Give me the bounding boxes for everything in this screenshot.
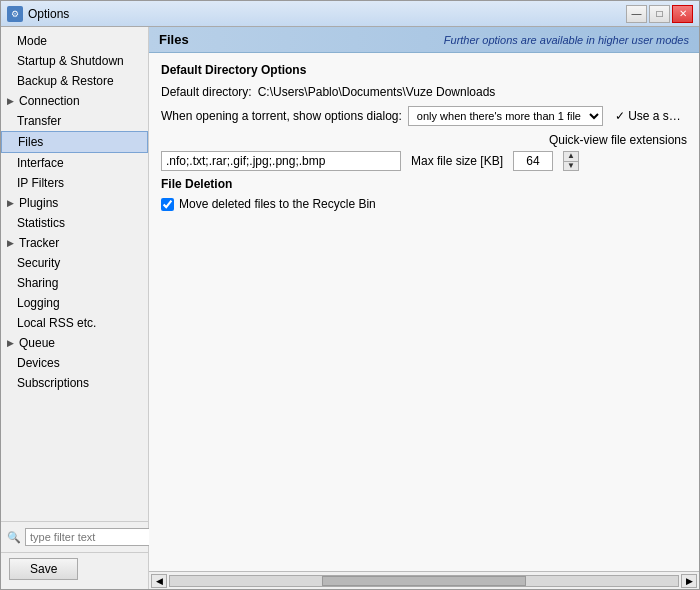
maxfile-label: Max file size [KB] bbox=[411, 154, 503, 168]
sidebar-item-label: Mode bbox=[17, 34, 47, 48]
dialog-row: When opening a torrent, show options dia… bbox=[161, 106, 687, 126]
sidebar-bottom: 🔍 ✕ bbox=[1, 521, 148, 552]
sidebar-item-label: Devices bbox=[17, 356, 60, 370]
sidebar-item-transfer[interactable]: Transfer bbox=[1, 111, 148, 131]
maxfile-input[interactable] bbox=[513, 151, 553, 171]
arrow-icon: ▶ bbox=[7, 338, 14, 348]
maxfile-spinner: ▲ ▼ bbox=[563, 151, 579, 171]
sidebar-item-label: Security bbox=[17, 256, 60, 270]
arrow-icon: ▶ bbox=[7, 198, 14, 208]
sidebar-item-tracker[interactable]: ▶ Tracker bbox=[1, 233, 148, 253]
directory-value: C:\Users\Pablo\Documents\Vuze Downloads bbox=[258, 85, 496, 99]
dialog-select[interactable]: only when there's more than 1 file bbox=[408, 106, 603, 126]
window-title: Options bbox=[28, 7, 69, 21]
sidebar-item-label: Local RSS etc. bbox=[17, 316, 96, 330]
sidebar-item-statistics[interactable]: Statistics bbox=[1, 213, 148, 233]
default-directory-row: Default directory: C:\Users\Pablo\Docume… bbox=[161, 85, 687, 99]
sidebar-item-label: Interface bbox=[17, 156, 64, 170]
sidebar-item-logging[interactable]: Logging bbox=[1, 293, 148, 313]
directory-label: Default directory: bbox=[161, 85, 252, 99]
save-button[interactable]: Save bbox=[9, 558, 78, 580]
sidebar-item-label: Tracker bbox=[19, 236, 59, 250]
recycle-checkbox[interactable] bbox=[161, 198, 174, 211]
recycle-label: Move deleted files to the Recycle Bin bbox=[179, 197, 376, 211]
recycle-bin-row: Move deleted files to the Recycle Bin bbox=[161, 197, 687, 211]
content-note: Further options are available in higher … bbox=[444, 34, 689, 46]
default-directory-section-title: Default Directory Options bbox=[161, 63, 687, 77]
title-bar-controls: — □ ✕ bbox=[626, 5, 693, 23]
sidebar-item-label: Logging bbox=[17, 296, 60, 310]
sidebar-item-queue[interactable]: ▶ Queue bbox=[1, 333, 148, 353]
sidebar-item-interface[interactable]: Interface bbox=[1, 153, 148, 173]
content-area: Files Further options are available in h… bbox=[149, 27, 699, 589]
sidebar-item-label: Connection bbox=[19, 94, 80, 108]
content-body: Default Directory Options Default direct… bbox=[149, 53, 699, 571]
sidebar-item-connection[interactable]: ▶ Connection bbox=[1, 91, 148, 111]
close-button[interactable]: ✕ bbox=[672, 5, 693, 23]
sidebar-item-ipfilters[interactable]: IP Filters bbox=[1, 173, 148, 193]
scroll-left-button[interactable]: ◀ bbox=[151, 574, 167, 588]
sidebar-item-label: IP Filters bbox=[17, 176, 64, 190]
sidebar-item-sharing[interactable]: Sharing bbox=[1, 273, 148, 293]
sidebar-item-backup[interactable]: Backup & Restore bbox=[1, 71, 148, 91]
app-icon: ⚙ bbox=[7, 6, 23, 22]
sidebar-item-label: Plugins bbox=[19, 196, 58, 210]
sidebar-item-label: Transfer bbox=[17, 114, 61, 128]
horizontal-scrollbar: ◀ ▶ bbox=[149, 571, 699, 589]
scroll-thumb bbox=[322, 576, 525, 586]
sidebar-item-devices[interactable]: Devices bbox=[1, 353, 148, 373]
title-bar: ⚙ Options — □ ✕ bbox=[1, 1, 699, 27]
sidebar-item-label: Files bbox=[18, 135, 43, 149]
arrow-icon: ▶ bbox=[7, 96, 14, 106]
sidebar: Mode Startup & Shutdown Backup & Restore… bbox=[1, 27, 149, 589]
sidebar-item-localrss[interactable]: Local RSS etc. bbox=[1, 313, 148, 333]
extensions-input[interactable] bbox=[161, 151, 401, 171]
sidebar-item-plugins[interactable]: ▶ Plugins bbox=[1, 193, 148, 213]
sidebar-item-label: Queue bbox=[19, 336, 55, 350]
sidebar-item-label: Startup & Shutdown bbox=[17, 54, 124, 68]
sidebar-item-label: Subscriptions bbox=[17, 376, 89, 390]
arrow-icon: ▶ bbox=[7, 238, 14, 248]
sidebar-item-files[interactable]: Files bbox=[1, 131, 148, 153]
sidebar-item-subscriptions[interactable]: Subscriptions bbox=[1, 373, 148, 393]
title-bar-title: ⚙ Options bbox=[7, 6, 69, 22]
save-bar: Save bbox=[1, 552, 148, 585]
quick-view-label: Quick-view file extensions bbox=[549, 133, 687, 147]
scroll-right-button[interactable]: ▶ bbox=[681, 574, 697, 588]
maximize-button[interactable]: □ bbox=[649, 5, 670, 23]
search-icon: 🔍 bbox=[7, 531, 21, 544]
content-title: Files bbox=[159, 32, 189, 47]
sidebar-item-label: Backup & Restore bbox=[17, 74, 114, 88]
sidebar-item-label: Statistics bbox=[17, 216, 65, 230]
file-deletion-title: File Deletion bbox=[161, 177, 687, 191]
options-window: ⚙ Options — □ ✕ Mode Startup & Shutdown … bbox=[0, 0, 700, 590]
main-content: Mode Startup & Shutdown Backup & Restore… bbox=[1, 27, 699, 589]
scroll-track[interactable] bbox=[169, 575, 679, 587]
sidebar-item-label: Sharing bbox=[17, 276, 58, 290]
sidebar-item-security[interactable]: Security bbox=[1, 253, 148, 273]
content-header: Files Further options are available in h… bbox=[149, 27, 699, 53]
ext-maxfile-row: Max file size [KB] ▲ ▼ bbox=[161, 151, 687, 171]
dialog-label: When opening a torrent, show options dia… bbox=[161, 109, 402, 123]
minimize-button[interactable]: — bbox=[626, 5, 647, 23]
spinner-down-button[interactable]: ▼ bbox=[564, 162, 578, 171]
sidebar-item-startup[interactable]: Startup & Shutdown bbox=[1, 51, 148, 71]
sidebar-item-mode[interactable]: Mode bbox=[1, 31, 148, 51]
use-separate-label: ✓ Use a separate dialog per t bbox=[615, 109, 687, 123]
